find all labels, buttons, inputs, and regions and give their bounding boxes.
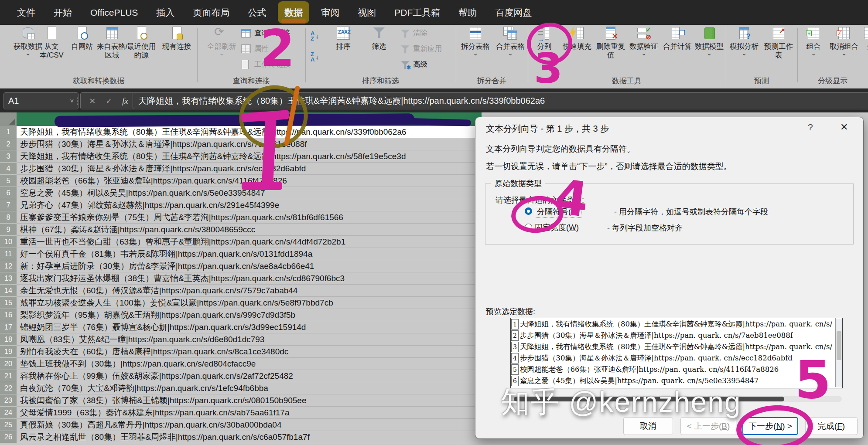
row-header[interactable]: 3 — [0, 150, 17, 163]
consolidate-button[interactable]: → 合并计算 — [661, 26, 694, 51]
row-header[interactable]: 26 — [0, 431, 17, 443]
cell[interactable]: 校园超能老爸（66集）张亚迪&詹琸|https://pan.quark.cn/s… — [17, 175, 482, 187]
clear-filter-button[interactable]: 清除 — [400, 28, 427, 38]
reapply-filter-button[interactable]: 重新应用 — [400, 44, 442, 54]
workbook-links-button[interactable]: 工作簿链接 — [241, 60, 290, 69]
sort-za-button[interactable]: ZA ↓ — [311, 52, 319, 62]
cell[interactable]: 梨影织梦流年（95集）胡嘉倪&王炳翔|https://pan.quark.cn/… — [17, 309, 482, 321]
remove-duplicates-button[interactable]: ✕ 删除重复值 — [595, 26, 626, 59]
row-header[interactable]: 7 — [0, 199, 17, 211]
row-header[interactable]: 15 — [0, 297, 17, 309]
split-table-button[interactable]: 拆分表格⌄ — [459, 26, 492, 56]
row-header[interactable]: 13 — [0, 272, 17, 285]
radio-delimited[interactable] — [525, 207, 532, 215]
row-header[interactable]: 6 — [0, 187, 17, 199]
cell[interactable]: 新：好孕皇后进阶录（30集）房蕾&李景泽|https://pan.quark.c… — [17, 260, 482, 272]
row-header[interactable]: 10 — [0, 236, 17, 248]
close-icon[interactable]: ✕ — [840, 122, 848, 133]
row-header[interactable]: 20 — [0, 358, 17, 370]
sort-button[interactable]: ZA AZ 排序 — [328, 26, 359, 51]
row-header[interactable]: 19 — [0, 346, 17, 358]
row-header[interactable]: 17 — [0, 321, 17, 333]
row-header[interactable]: 18 — [0, 333, 17, 346]
row-header[interactable]: 14 — [0, 285, 17, 297]
queries-connections-button[interactable]: 查询和连接 — [241, 28, 290, 38]
refresh-all-button[interactable]: ⟳ 全部刷新⌄ — [205, 26, 238, 56]
cell[interactable]: 凤嘲凰（83集）艾然&纪一瞳|https://pan.quark.cn/s/d6… — [17, 333, 482, 346]
column-header-a[interactable]: A — [17, 112, 482, 126]
row-header[interactable]: 23 — [0, 394, 17, 407]
menu-insert[interactable]: 插入 — [147, 0, 184, 25]
cell[interactable]: 逐我出家门我好运圣体爆棚（38集）曹嘉怡&王英杰|https://pan.qua… — [17, 272, 482, 285]
row-header[interactable]: 21 — [0, 370, 17, 382]
menu-data-active[interactable]: 数据 — [275, 0, 312, 25]
cell-a1-active[interactable]: 天降姐姐，我有情绪收集系统（80集）王佳琪&辛润茜&钟嘉玲&远霞|https:/… — [17, 126, 482, 138]
menu-review[interactable]: 审阅 — [312, 0, 349, 25]
cell[interactable]: 真假新娘（30集）高超凡&常丹丹|https://pan.quark.cn/s/… — [17, 419, 482, 431]
forecast-sheet-button[interactable]: ↗ 预测工作表 — [762, 26, 795, 59]
cell[interactable]: 好一个侯府真千金（81集）韦若辰&陈羽翎|https://pan.quark.c… — [17, 248, 482, 260]
finish-button[interactable]: 完成(F) — [805, 417, 858, 435]
cell[interactable]: 锦鲤奶团三岁半（76集）聂博宣&杨心妍|https://pan.quark.cn… — [17, 321, 482, 333]
insert-function-icon[interactable]: fx — [122, 96, 128, 106]
advanced-filter-button[interactable]: ✱ 高级 — [400, 60, 427, 69]
data-validation-button[interactable]: ✓ ⊘ 数据验证⌄ — [628, 26, 660, 56]
existing-connections-button[interactable]: 现有连接 — [162, 26, 191, 51]
cell[interactable]: 别怕有我凌天在（60集）唐楠&康程|https://pan.quark.cn/s… — [17, 346, 482, 358]
preview-vertical-scrollbar[interactable] — [835, 318, 842, 387]
cell[interactable]: 父母爱情1999（63集）秦许&林建东|https://pan.quark.cn… — [17, 407, 482, 419]
cancel-entry-icon[interactable]: ✕ — [89, 96, 96, 106]
group-button[interactable]: ＋ 组合⌄ — [801, 26, 826, 56]
row-header[interactable]: 1 — [0, 126, 17, 138]
row-header[interactable]: 5 — [0, 175, 17, 187]
row-header[interactable]: 8 — [0, 211, 17, 224]
menu-baidu-netdisk[interactable]: 百度网盘 — [486, 0, 541, 25]
subtotal-button-clipped[interactable]: 分 — [862, 26, 868, 51]
text-to-columns-button[interactable]: → 分列 — [530, 26, 558, 51]
row-header[interactable]: 24 — [0, 407, 17, 419]
cell[interactable]: 窒息之爱（45集）柯以&吴昊|https://pan.quark.cn/s/5e… — [17, 187, 482, 199]
cell[interactable]: 余生无爱也无恨（60集）傅汉源&董洁|https://pan.quark.cn/… — [17, 285, 482, 297]
cell[interactable]: 重活一世再也不当傻白甜（63集）曾和惠子&董鹏翔|https://pan.qua… — [17, 236, 482, 248]
row-header[interactable]: 11 — [0, 248, 17, 260]
menu-formulas[interactable]: 公式 — [239, 0, 275, 25]
row-header[interactable]: 16 — [0, 309, 17, 321]
row-header[interactable]: 22 — [0, 382, 17, 394]
menu-pdf-toolbox[interactable]: PDF工具箱 — [385, 0, 449, 25]
cell[interactable]: 戴罪立功核聚变逆袭人生（100集）姜悦&宣以豪|https://pan.quar… — [17, 297, 482, 309]
formula-input[interactable]: 天降姐姐，我有情绪收集系统（80集）王佳琪&辛润茜&钟嘉玲&远霞|https:/… — [133, 92, 868, 109]
cell[interactable]: 天降姐姐，我有情绪收集系统（80集）王佳琪&辛润茜&钟嘉玲&远霞|https:/… — [17, 150, 482, 163]
flash-fill-button[interactable]: 快速填充 — [560, 26, 594, 51]
recent-sources-button[interactable]: 最近使用的源 — [124, 26, 158, 59]
data-model-button[interactable]: 数据模型⌄ — [694, 26, 724, 56]
filter-button[interactable]: 筛选 — [366, 26, 393, 51]
cell[interactable]: 容我栖在你心上（99集）伍姣&胡家豪|https://pan.quark.cn/… — [17, 370, 482, 382]
radio-fixed-width[interactable] — [525, 224, 532, 231]
from-text-csv-button[interactable]: 从文本/CSV — [36, 26, 67, 59]
name-box[interactable]: A1 ˅ — [3, 92, 79, 109]
merge-table-button[interactable]: → 合并表格⌄ — [494, 26, 527, 56]
help-icon[interactable]: ? — [808, 122, 813, 132]
row-header[interactable]: 25 — [0, 419, 17, 431]
sort-az-button[interactable]: AZ ↓ — [311, 31, 319, 41]
cell[interactable]: 白夜沉沦（70集）大宝&邓诗韵|https://pan.quark.cn/s/1… — [17, 382, 482, 394]
menu-help[interactable]: 帮助 — [449, 0, 486, 25]
confirm-entry-icon[interactable]: ✓ — [106, 96, 112, 106]
menu-officeplus[interactable]: OfficePLUS — [81, 0, 147, 25]
row-header[interactable]: 4 — [0, 163, 17, 175]
cell[interactable]: 我被闺蜜偷了家（38集）张博楠&王锦颖|https://pan.quark.cn… — [17, 394, 482, 407]
select-all-corner[interactable] — [0, 112, 17, 126]
from-web-button[interactable]: 自网站 — [66, 26, 98, 51]
menu-view[interactable]: 视图 — [349, 0, 385, 25]
menu-home[interactable]: 开始 — [44, 0, 81, 25]
menu-file[interactable]: 文件 — [8, 0, 44, 25]
cell[interactable]: 风云录之相逢乱世（80集）王羽菲&周煜非|https://pan.quark.c… — [17, 431, 482, 443]
what-if-analysis-button[interactable]: ? 模拟分析⌄ — [728, 26, 761, 56]
menu-page-layout[interactable]: 页面布局 — [184, 0, 239, 25]
ungroup-button[interactable]: ⁄ 取消组合⌄ — [828, 26, 860, 56]
scrollbar-thumb[interactable] — [837, 331, 841, 360]
properties-button[interactable]: 属性 — [241, 44, 269, 54]
row-header[interactable]: 2 — [0, 138, 17, 150]
cell[interactable]: 步步围猎（30集）海星＆孙冰法＆唐瑾泽|https://pan.quark.cn… — [17, 163, 482, 175]
row-header[interactable]: 9 — [0, 224, 17, 236]
